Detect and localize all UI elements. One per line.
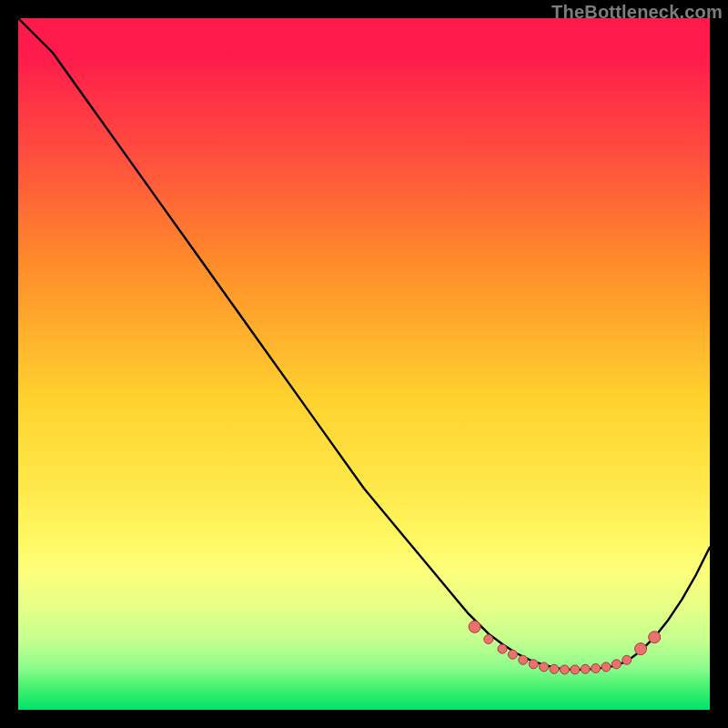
marker-point [529,660,538,669]
marker-point [592,663,601,672]
marker-point [508,650,517,659]
chart-frame: TheBottleneck.com [0,0,728,728]
marker-point [649,632,661,643]
marker-point [622,655,632,664]
marker-point [560,665,569,674]
marker-point [550,664,559,673]
marker-point [519,655,528,664]
marker-point [612,660,621,669]
marker-point [540,662,549,672]
bottleneck-curve [18,18,710,670]
marker-point [635,643,647,655]
marker-point [602,662,611,672]
plot-area [18,18,710,710]
marker-point [581,664,590,673]
marker-point [469,621,480,632]
watermark-text: TheBottleneck.com [551,2,723,23]
marker-point [484,635,493,644]
marker-point [498,644,507,653]
curve-svg [18,18,710,710]
marker-group [469,621,661,674]
marker-point [571,665,580,674]
